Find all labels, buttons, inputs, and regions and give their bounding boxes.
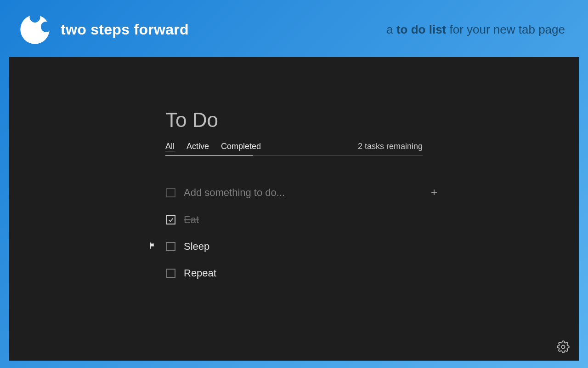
add-task-input[interactable]: Add something to do... [184,187,422,199]
tab-all[interactable]: All [165,142,175,155]
task-list: Add something to do... Eat [147,179,441,287]
tagline: a to do list for your new tab page [386,23,570,37]
task-checkbox[interactable] [166,269,175,278]
settings-button[interactable] [557,340,570,353]
brand-name: two steps forward [61,21,189,38]
tagline-prefix: a [386,23,396,36]
task-label[interactable]: Eat [184,214,441,226]
svg-point-6 [562,345,565,349]
filter-tabs: All Active Completed [165,142,261,155]
task-checkbox[interactable] [166,215,175,224]
add-task-row: Add something to do... [147,179,441,207]
promo-banner: two steps forward a to do list for your … [0,0,588,57]
tagline-bold: to do list [396,23,446,36]
task-label[interactable]: Repeat [184,267,441,279]
flag-slot[interactable] [147,242,158,252]
tabs-underline [165,155,253,156]
add-task-button[interactable] [430,186,441,199]
app-logo-icon [18,13,51,46]
task-checkbox[interactable] [166,242,175,251]
app-frame: To Do All Active Completed 2 tasks remai… [9,57,579,361]
brand: two steps forward [18,13,189,46]
page-title: To Do [165,109,423,132]
task-row: Repeat [147,260,441,287]
tab-active[interactable]: Active [187,142,209,155]
tab-completed[interactable]: Completed [221,142,261,155]
svg-point-3 [20,15,49,44]
task-row: Eat [147,207,441,233]
task-label[interactable]: Sleep [184,241,441,253]
remaining-count: 2 tasks remaining [358,142,423,155]
add-task-checkbox [166,188,175,197]
tabs-row: All Active Completed 2 tasks remaining [165,142,423,156]
tagline-suffix: for your new tab page [446,23,565,36]
flag-icon [148,242,157,252]
app-inner: To Do All Active Completed 2 tasks remai… [165,109,423,287]
task-row: Sleep [147,233,441,260]
